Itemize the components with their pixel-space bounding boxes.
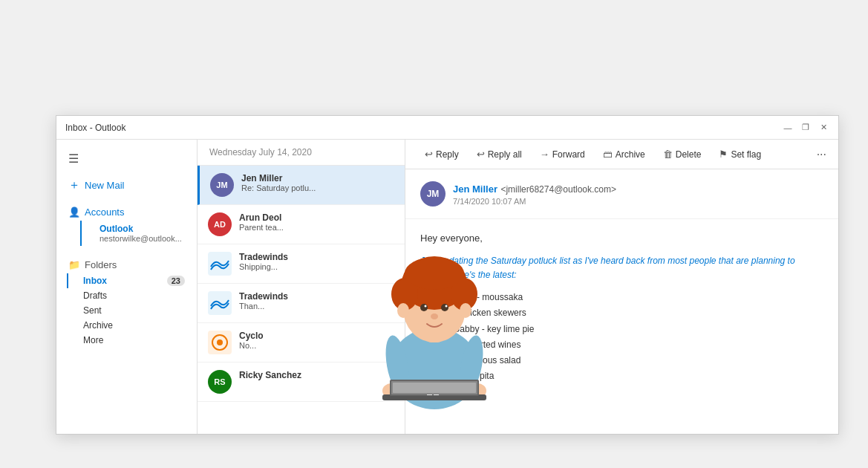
sender-tradewinds-2: Tradewinds: [239, 291, 394, 302]
sender-ricky-sanchez: Ricky Sanchez: [239, 370, 394, 380]
forward-button[interactable]: → Forward: [532, 146, 593, 163]
maximize-button[interactable]: ❐: [800, 122, 812, 134]
sender-initials: JM: [427, 189, 440, 199]
email-date-text: 7/14/2020: [453, 197, 489, 206]
drafts-label: Drafts: [83, 290, 107, 301]
accounts-label: Accounts: [85, 207, 124, 218]
list-item-2: Michelle - chicken skewers: [420, 305, 823, 321]
email-item-tradewinds-2[interactable]: Tradewinds Than...: [198, 284, 405, 323]
reading-pane: ↩ Reply ↩ Reply all → Forward 🗃 Archive …: [405, 140, 838, 434]
archive-label: Archive: [616, 149, 645, 160]
more-options-button[interactable]: ···: [817, 148, 826, 161]
email-content-tradewinds-1: Tradewinds Shipping...: [239, 252, 394, 271]
delete-label: Delete: [676, 149, 702, 160]
avatar-cyclo: [208, 331, 232, 354]
email-timestamp: 7/14/2020 10:07 AM: [453, 197, 616, 206]
flag-icon: ⚑: [719, 149, 728, 160]
new-mail-button[interactable]: ＋ New Mail: [56, 172, 197, 199]
list-item-1: Jason/Rachel - moussaka: [420, 290, 823, 305]
account-name: Outlook: [99, 224, 173, 234]
list-item-4: Jin/Kelly - assorted wines: [420, 337, 823, 353]
email-item-jen-miller[interactable]: JM Jen Miller Re: Saturday potlu...: [198, 166, 405, 205]
archive-button[interactable]: 🗃 Archive: [595, 146, 653, 163]
window-controls: — ❐ ✕: [782, 122, 829, 134]
archive-icon: 🗃: [603, 149, 613, 160]
sender-info: Jen Miller <jmiller68274@outlook.com> 7/…: [453, 182, 616, 206]
list-item-5: Demetri - couscous salad: [420, 353, 823, 368]
folders-title: 📁 Folders: [68, 256, 185, 273]
inbox-badge: 23: [167, 276, 185, 286]
folder-icon: 📁: [68, 259, 80, 270]
sidebar-item-more[interactable]: More: [68, 333, 185, 348]
reply-all-button[interactable]: ↩ Reply all: [469, 146, 529, 163]
sidebar: ☰ ＋ New Mail 👤 Accounts Outlook nestorwi…: [56, 140, 198, 434]
archive-folder-label: Archive: [83, 320, 113, 331]
email-content-jen-miller: Jen Miller Re: Saturday potlu...: [241, 173, 394, 192]
list-item-6: - hummus and pita: [420, 368, 823, 384]
title-bar: Inbox - Outlook — ❐ ✕: [56, 116, 838, 140]
email-body: Hey everyone, Just updating the Saturday…: [405, 219, 838, 396]
reply-label: Reply: [436, 149, 459, 160]
sender-tradewinds-1: Tradewinds: [239, 252, 394, 262]
email-list-date: Wednesday July 14, 2020: [198, 140, 405, 166]
avatar-jen-miller: JM: [210, 173, 234, 197]
set-flag-label: Set flag: [731, 149, 761, 160]
sidebar-item-inbox[interactable]: Inbox 23: [67, 273, 185, 288]
avatar-arun-deol: AD: [208, 212, 232, 236]
subject-tradewinds-2: Than...: [239, 302, 394, 311]
accounts-section: 👤 Accounts Outlook nestorwilke@outlook..…: [56, 199, 197, 250]
sender-avatar: JM: [420, 181, 446, 207]
main-area: ☰ ＋ New Mail 👤 Accounts Outlook nestorwi…: [56, 140, 838, 434]
sender-jen-miller: Jen Miller: [241, 173, 394, 183]
more-label: More: [83, 335, 103, 345]
svg-point-4: [217, 339, 223, 345]
forward-label: Forward: [552, 149, 585, 160]
reading-sender-name-text: Jen Miller: [453, 183, 497, 195]
avatar-tradewinds-1: [208, 252, 232, 276]
minimize-button[interactable]: —: [782, 122, 794, 134]
email-list: Wednesday July 14, 2020 JM Jen Miller Re…: [198, 140, 405, 434]
delete-button[interactable]: 🗑 Delete: [656, 146, 709, 163]
email-content-arun-deol: Arun Deol Parent tea...: [239, 212, 394, 232]
sidebar-item-archive[interactable]: Archive: [68, 318, 185, 333]
sender-arun-deol: Arun Deol: [239, 212, 394, 223]
account-email: nestorwilke@outlook...: [99, 234, 173, 243]
sidebar-item-sent[interactable]: Sent: [68, 303, 185, 318]
account-detail: Outlook nestorwilke@outlook...: [80, 221, 185, 246]
new-mail-label: New Mail: [85, 180, 124, 191]
reading-sender-email: <jmiller68274@outlook.com>: [500, 184, 616, 195]
email-content-tradewinds-2: Tradewinds Than...: [239, 291, 394, 311]
email-item-cyclo[interactable]: Cyclo No...: [198, 323, 405, 363]
outlook-window: Inbox - Outlook — ❐ ✕ ☰ ＋ New Mail 👤 Acc…: [56, 115, 839, 435]
set-flag-button[interactable]: ⚑ Set flag: [711, 146, 769, 163]
email-content-ricky-sanchez: Ricky Sanchez: [239, 370, 394, 380]
reply-icon: ↩: [425, 149, 433, 160]
avatar-tradewinds-2: [208, 291, 232, 315]
sent-label: Sent: [83, 305, 102, 316]
email-item-tradewinds-1[interactable]: Tradewinds Shipping...: [198, 244, 405, 284]
email-content-cyclo: Cyclo No...: [239, 331, 394, 350]
window-title: Inbox - Outlook: [65, 123, 125, 133]
list-item-3: Antonio/Gabby - key lime pie: [420, 322, 823, 337]
email-header: JM Jen Miller <jmiller68274@outlook.com>…: [405, 169, 838, 219]
folders-section: 📁 Folders Inbox 23 Drafts Sent Archive: [56, 256, 197, 348]
sidebar-item-drafts[interactable]: Drafts: [68, 288, 185, 303]
hamburger-menu-icon[interactable]: ☰: [56, 146, 197, 172]
email-item-arun-deol[interactable]: AD Arun Deol Parent tea...: [198, 205, 405, 244]
subject-cyclo: No...: [239, 341, 394, 350]
reading-sender-name: Jen Miller <jmiller68274@outlook.com>: [453, 182, 616, 195]
email-greeting: Hey everyone,: [420, 231, 823, 247]
delete-icon: 🗑: [663, 149, 673, 160]
plus-icon: ＋: [68, 178, 80, 193]
accounts-item[interactable]: 👤 Accounts: [68, 204, 185, 221]
reply-all-icon: ↩: [477, 149, 485, 160]
reply-all-label: Reply all: [488, 149, 522, 160]
reply-button[interactable]: ↩ Reply: [417, 146, 466, 163]
inbox-label: Inbox: [83, 276, 107, 286]
subject-arun-deol: Parent tea...: [239, 223, 394, 232]
subject-tradewinds-1: Shipping...: [239, 262, 394, 271]
close-button[interactable]: ✕: [818, 122, 829, 134]
forward-icon: →: [540, 149, 549, 160]
email-from-row: JM Jen Miller <jmiller68274@outlook.com>…: [420, 181, 823, 207]
email-item-ricky-sanchez[interactable]: RS Ricky Sanchez: [198, 363, 405, 402]
